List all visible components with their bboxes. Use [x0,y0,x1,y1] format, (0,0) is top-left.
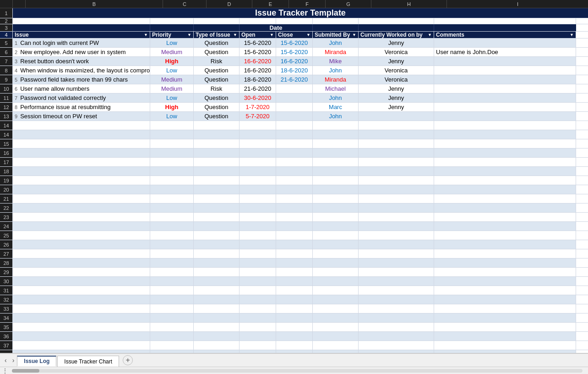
col-header-d: D [207,0,252,8]
row-2-d [194,18,240,24]
row-2-e [240,18,276,24]
row-3-comments [434,66,576,75]
row-4-comments [434,75,576,84]
row-2-open: 16-6-2020 [240,57,276,66]
row-5-comments [434,84,576,93]
row-5-priority: Medium [150,84,194,93]
empty-row-31: 31 [0,286,588,295]
row-0-priority: Low [150,38,194,47]
type-header[interactable]: Type of Issue ▼ [194,32,240,38]
row-2-h [359,18,434,24]
row-2-priority: High [150,57,194,66]
row-3-num-issue: 4 When window is maximized, the layout i… [13,66,150,75]
row-2-submitted: Mike [313,57,359,66]
empty-row-27: 27 [0,249,588,258]
add-sheet-btn[interactable]: + [123,355,133,365]
empty-row-22: 22 [0,204,588,213]
empty-rows: 14 15 16 [0,130,588,353]
close-filter-icon[interactable]: ▼ [306,33,310,37]
row-2-f [276,18,313,24]
row-6-type: Question [194,94,240,102]
table-row: 9 5 Password field takes more than 99 ch… [0,75,588,84]
empty-row-37: 37 [0,341,588,350]
comments-header[interactable]: Comments ▼ [434,32,576,38]
empty-row-23: 23 [0,213,588,222]
type-filter-icon[interactable]: ▼ [233,33,237,37]
row-num-6: 6 [0,48,13,56]
row-4-num-issue: 5 Password field takes more than 99 char… [13,75,150,84]
row-2-close: 16-6-2020 [276,57,313,66]
tab-issue-tracker-chart[interactable]: Issue Tracker Chart [57,356,119,367]
row-3-num: 3 [0,24,13,31]
issue-header[interactable]: Issue ▼ [13,32,150,38]
row-num-9: 9 [0,75,13,84]
row-0-type: Question [194,38,240,47]
col-header-rownum [13,0,26,8]
tab-prev-btn[interactable]: ‹ [2,354,10,367]
tab-issue-log[interactable]: Issue Log [17,356,56,367]
row-1-open: 15-6-2020 [240,48,276,56]
row-8-type: Question [194,112,240,121]
row-8-close [276,112,313,121]
row-7-open: 1-7-2020 [240,103,276,111]
row-3-close: 18-6-2020 [276,66,313,75]
row-3-g [313,24,359,31]
row-7-priority: High [150,103,194,111]
row-6-priority: Low [150,94,194,102]
submitted-header[interactable]: Submitted By ▼ [313,32,359,38]
row-3-date-header: 3 Date [0,24,588,32]
row-3-d [194,24,240,31]
row-0-open: 15-6-2020 [240,38,276,47]
bottom-bar: ⋮ [0,367,588,374]
worked-filter-icon[interactable]: ▼ [428,33,432,37]
row-6-close [276,94,313,102]
row-3-h [359,24,434,31]
worked-header[interactable]: Currently Worked on by ▼ [359,32,434,38]
row-1-priority: Medium [150,48,194,56]
row-4-close: 21-6-2020 [276,75,313,84]
open-header[interactable]: Open ▼ [240,32,276,38]
empty-row-24: 24 [0,222,588,231]
row-2-b [13,18,150,24]
row-3-b [13,24,150,31]
empty-row-21: 21 [0,194,588,204]
row-6-worked: Jenny [359,94,434,102]
row-0-close: 15-6-2020 [276,38,313,47]
table-row: 7 3 Reset button doesn't work High Risk … [0,57,588,66]
row-num-10: 10 [0,84,13,93]
empty-row-32: 32 [0,295,588,304]
close-header[interactable]: Close ▼ [276,32,313,38]
empty-row-33: 33 [0,304,588,314]
row-1-close: 15-6-2020 [276,48,313,56]
priority-filter-icon[interactable]: ▼ [187,33,191,37]
empty-row-15: 15 [0,139,588,148]
row-6-comments [434,94,576,102]
table-row: 12 8 Performance issue at resubmitting H… [0,103,588,112]
row-2-num-issue: 3 Reset button doesn't work [13,57,150,66]
priority-header[interactable]: Priority ▼ [150,32,194,38]
row-1-submitted: Miranda [313,48,359,56]
table-row: 13 9 Session timeout on PW reset Low Que… [0,112,588,121]
submitted-filter-icon[interactable]: ▼ [352,33,356,37]
row-8-priority: Low [150,112,194,121]
issue-filter-icon[interactable]: ▼ [144,33,148,37]
horizontal-scrollbar-thumb[interactable] [12,369,39,373]
row-6-submitted: John [313,94,359,102]
row-2-type: Risk [194,57,240,66]
open-filter-icon[interactable]: ▼ [270,33,274,37]
row-3-open: 16-6-2020 [240,66,276,75]
row-num-11: 11 [0,94,13,102]
tab-next-btn[interactable]: › [10,354,17,367]
col-header-f: F [289,0,326,8]
empty-row-25: 25 [0,231,588,240]
horizontal-scrollbar-track[interactable] [12,369,583,373]
row-14: 14 [0,121,588,130]
comments-filter-icon[interactable]: ▼ [570,33,574,37]
row-5-num-issue: 6 User name allow numbers [13,84,150,93]
row-num-13: 13 [0,112,13,121]
empty-row-35: 35 [0,323,588,332]
table-row: 5 1 Can not login with current PW Low Qu… [0,38,588,48]
empty-row-36: 36 [0,332,588,341]
tabs-container: Issue LogIssue Tracker Chart [17,354,120,367]
more-options-icon[interactable]: ⋮ [2,367,8,374]
